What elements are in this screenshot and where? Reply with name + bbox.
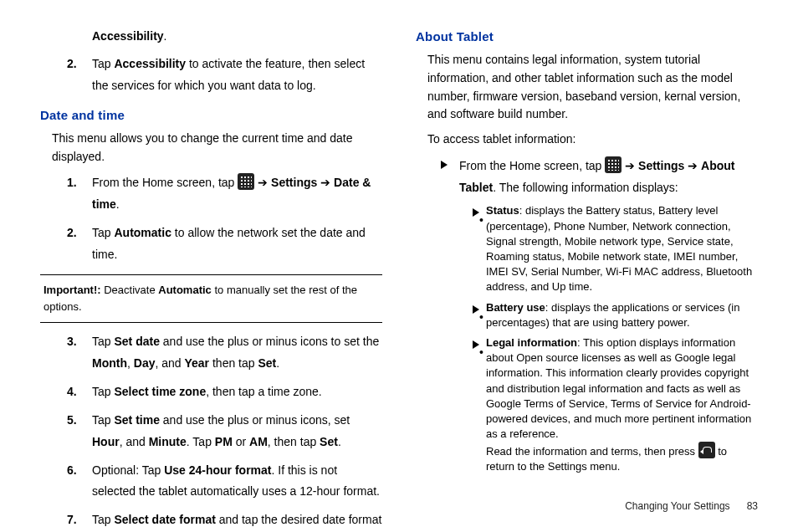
step-num: 6. — [67, 460, 77, 482]
arrow: ➔ — [317, 176, 334, 189]
page-footer: Changing Your Settings 83 — [625, 500, 758, 512]
about-bullets: Status: displays the Battery status, Bat… — [473, 203, 758, 474]
b: AM — [249, 435, 268, 448]
step-num: 5. — [67, 410, 77, 432]
step-num: 4. — [67, 381, 77, 403]
bullet-legal: Legal information: This option displays … — [473, 335, 758, 475]
t: Tap — [92, 513, 114, 526]
t: From the Home screen, tap — [92, 176, 238, 189]
t: . — [338, 435, 341, 448]
date-step-7: 7. Tap Select date format and tap the de… — [74, 509, 382, 532]
accessibility-steps: 2. Tap Accessibility to activate the fea… — [74, 54, 382, 97]
step-num: 7. — [67, 509, 77, 531]
about-tablet-heading: About Tablet — [416, 27, 758, 46]
t: . The following information displays: — [493, 181, 678, 194]
t: From the Home screen, tap — [459, 159, 605, 172]
b: Automatic — [158, 284, 212, 296]
t: , and — [120, 435, 149, 448]
b: Accessibility — [114, 57, 186, 70]
date-steps-a: 1. From the Home screen, tap ➔ Settings … — [74, 172, 382, 266]
t: or — [233, 435, 249, 448]
footer-page: 83 — [747, 500, 758, 512]
t: , then tap a time zone. — [206, 385, 322, 398]
b: Set — [320, 435, 338, 448]
arrow: ➔ — [684, 159, 701, 172]
accessibility-dot: . — [164, 29, 167, 43]
date-time-intro: This menu allows you to change the curre… — [52, 130, 382, 166]
b: Automatic — [114, 226, 171, 239]
t: and use the plus or minus icons, set — [160, 413, 350, 427]
access-line: To access tablet information: — [427, 130, 758, 149]
accessibility-step-2: 2. Tap Accessibility to activate the fea… — [74, 54, 382, 97]
apps-grid-icon — [238, 173, 254, 190]
t: : This option displays information about… — [486, 336, 751, 440]
t: Tap — [92, 385, 114, 398]
b: Select time zone — [114, 385, 206, 398]
date-step-2: 2. Tap Automatic to allow the network se… — [74, 223, 382, 266]
b: Status — [486, 204, 519, 217]
b: Use 24-hour format — [164, 463, 271, 477]
step-num: 1. — [67, 172, 77, 194]
b: Year — [184, 356, 209, 370]
apps-grid-icon — [605, 156, 622, 173]
date-step-5: 5. Tap Set time and use the plus or minu… — [74, 410, 382, 453]
bullet-battery: Battery use: displays the applications o… — [473, 300, 758, 330]
step-num: 3. — [67, 331, 77, 353]
t: Optional: Tap — [92, 463, 164, 477]
t: then tap — [209, 356, 258, 370]
accessibility-bold: Accessibility — [92, 29, 164, 43]
b: Select date format — [114, 513, 215, 526]
date-step-6: 6. Optional: Tap Use 24-hour format. If … — [74, 460, 382, 504]
b: Legal information — [486, 336, 577, 349]
important-note: Important!: Deactivate Automatic to manu… — [40, 274, 382, 323]
arrow: ➔ — [254, 176, 271, 189]
t: , — [127, 356, 134, 370]
t: . — [276, 356, 279, 370]
about-steps: From the Home screen, tap ➔ Settings ➔ A… — [441, 156, 758, 475]
b: Hour — [92, 435, 120, 448]
about-step-1: From the Home screen, tap ➔ Settings ➔ A… — [441, 156, 758, 475]
date-time-heading: Date and time — [40, 105, 382, 125]
step-num: 2. — [67, 54, 77, 75]
b: Settings — [638, 159, 684, 172]
t: . Tap — [187, 435, 215, 448]
b: Battery use — [486, 301, 545, 314]
date-step-1: 1. From the Home screen, tap ➔ Settings … — [74, 172, 382, 216]
t: Read the information and terms, then pre… — [486, 445, 698, 458]
b: Month — [92, 356, 127, 370]
t: Tap — [92, 57, 114, 70]
b: Day — [134, 356, 156, 370]
t: Tap — [92, 226, 114, 239]
arrow: ➔ — [622, 159, 638, 172]
t: , and — [155, 356, 184, 370]
b: Minute — [149, 435, 187, 448]
b: Settings — [271, 176, 317, 189]
b: PM — [215, 435, 233, 448]
t: , then tap — [268, 435, 320, 448]
t: and use the plus or minus icons to set t… — [160, 335, 379, 348]
about-intro: This menu contains legal information, sy… — [427, 51, 758, 124]
important-label: Important!: — [43, 284, 104, 296]
left-column: Accessibility. 2. Tap Accessibility to a… — [40, 27, 382, 532]
t: Deactivate — [104, 284, 158, 296]
t: Tap — [92, 335, 114, 348]
t: : displays the Battery status, Battery l… — [486, 204, 752, 293]
t: . — [116, 197, 120, 211]
t: Tap — [92, 413, 114, 427]
b: Set date — [114, 335, 159, 348]
bullet-status: Status: displays the Battery status, Bat… — [473, 203, 758, 294]
date-step-4: 4. Tap Select time zone, then tap a time… — [74, 381, 382, 403]
step-num: 2. — [67, 223, 77, 244]
back-icon — [698, 442, 715, 458]
accessibility-line: Accessibility. — [92, 27, 382, 47]
date-steps-b: 3. Tap Set date and use the plus or minu… — [74, 331, 382, 532]
b: Set time — [114, 413, 159, 427]
right-column: About Tablet This menu contains legal in… — [416, 27, 758, 532]
footer-chapter: Changing Your Settings — [625, 500, 729, 512]
page-columns: Accessibility. 2. Tap Accessibility to a… — [40, 27, 758, 532]
b: Set — [258, 356, 276, 370]
date-step-3: 3. Tap Set date and use the plus or minu… — [74, 331, 382, 375]
